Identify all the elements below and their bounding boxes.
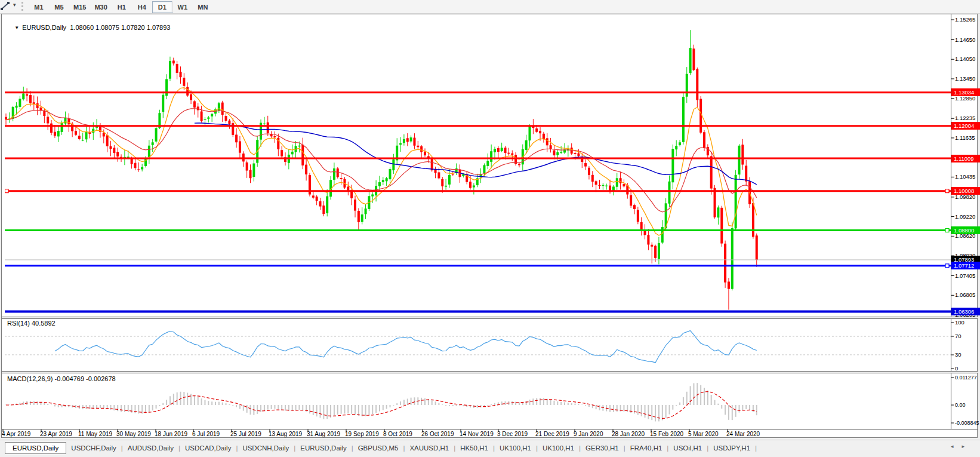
- rsi-tick-label: 70: [955, 333, 980, 340]
- date-tick-label: 4 Apr 2019: [2, 431, 30, 437]
- macd-pane-bottom-border: [2, 429, 978, 430]
- tab-separator: |: [121, 444, 123, 452]
- tab-separator: |: [178, 444, 180, 452]
- macd-indicator-label: MACD(12,26,9) -0.004769 -0.002678: [7, 375, 116, 382]
- hline-price-label: 1.11009: [951, 155, 980, 162]
- date-tick-label: 8 Oct 2019: [383, 431, 412, 437]
- collapse-pane-icon[interactable]: ▼: [14, 25, 19, 30]
- tab-separator: |: [707, 444, 708, 452]
- price-axis-separator: [951, 14, 951, 430]
- price-tick-label: 1.10435: [955, 173, 980, 180]
- chart-canvas[interactable]: [0, 0, 980, 457]
- price-tick-label: 1.11635: [955, 134, 980, 142]
- price-tick-label: 1.15265: [955, 16, 980, 23]
- chart-symbol-period: EURUSD,Daily: [22, 24, 66, 31]
- date-tick-label: 15 Feb 2020: [650, 431, 683, 437]
- tab-scrollers: ◂▸: [951, 443, 973, 449]
- tab-separator: |: [493, 444, 495, 452]
- chart-ohlc-values: 1.08060 1.08075 1.07820 1.07893: [70, 24, 170, 31]
- rsi-tick-label: 30: [955, 351, 980, 358]
- tab-separator: |: [403, 444, 405, 452]
- rsi-tick-label: 100: [955, 319, 980, 326]
- hline-price-label: 1.13034: [951, 88, 980, 96]
- chart-tab-bar: EURUSD,DailyUSDCHF,Daily|AUDUSD,Daily|US…: [0, 440, 980, 455]
- tab-separator: |: [755, 444, 757, 452]
- date-tick-label: 24 Mar 2020: [726, 431, 760, 437]
- price-tick-label: 1.14050: [955, 56, 980, 63]
- date-tick-label: 23 Apr 2019: [40, 431, 72, 437]
- macd-tick-label: 0.00: [955, 401, 980, 409]
- chart-tab-active[interactable]: EURUSD,Daily: [5, 442, 66, 454]
- date-tick-label: 31 Aug 2019: [307, 431, 340, 437]
- tab-separator: |: [667, 444, 668, 452]
- price-tick-label: 1.12235: [955, 115, 980, 122]
- macd-tick-label: 0.011277: [955, 374, 980, 381]
- date-tick-label: 19 Sep 2019: [345, 431, 379, 437]
- macd-pane-splitter[interactable]: [2, 371, 978, 373]
- hline-price-label: 1.07712: [951, 262, 980, 269]
- date-tick-label: 11 May 2019: [78, 431, 112, 437]
- date-tick-label: 3 Dec 2019: [497, 431, 528, 437]
- chart-tab[interactable]: AUDUSD,Daily: [127, 444, 175, 452]
- date-tick-label: 30 May 2019: [116, 431, 151, 437]
- date-tick-label: 26 Oct 2019: [421, 431, 454, 437]
- date-tick-label: 14 Nov 2019: [460, 431, 494, 437]
- date-tick-label: 25 Jul 2019: [230, 431, 261, 437]
- chart-tab[interactable]: USOil,H1: [672, 444, 703, 452]
- chart-tab[interactable]: UK100,H1: [541, 444, 575, 452]
- chart-tab[interactable]: HK50,H1: [459, 444, 489, 452]
- tab-scroll-left-icon[interactable]: ◂: [951, 443, 962, 449]
- chart-tab[interactable]: GBPUSD,M5: [357, 444, 400, 452]
- tab-separator: |: [352, 444, 353, 452]
- price-tick-label: 1.06805: [955, 292, 980, 299]
- chart-tab[interactable]: USDCNH,Daily: [241, 444, 290, 452]
- tab-separator: |: [294, 444, 295, 452]
- tab-separator: |: [236, 444, 238, 452]
- chart-tab[interactable]: FRA40,H1: [629, 444, 664, 452]
- chart-tab[interactable]: USDCAD,Daily: [184, 444, 232, 452]
- hline-price-label: 1.12004: [951, 122, 980, 130]
- hline-price-label: 1.08800: [951, 226, 980, 234]
- chart-title: ▼EURUSD,Daily 1.08060 1.08075 1.07820 1.…: [7, 17, 170, 38]
- hline-price-label: 1.06306: [951, 308, 980, 315]
- macd-tick-label: -0.008845: [955, 419, 980, 427]
- date-tick-label: 9 Jan 2020: [574, 431, 603, 437]
- date-tick-label: 13 Aug 2019: [269, 431, 302, 437]
- chart-tab[interactable]: USDJPY,H1: [712, 444, 751, 452]
- rsi-pane-splitter[interactable]: [2, 317, 978, 319]
- chart-tab[interactable]: UK100,H1: [498, 444, 532, 452]
- date-tick-label: 18 Jun 2019: [155, 431, 187, 437]
- price-tick-label: 1.13450: [955, 75, 980, 82]
- chart-tab[interactable]: USDCHF,Daily: [70, 444, 117, 452]
- chart-tab[interactable]: GER30,H1: [584, 444, 620, 452]
- mt4-window: ▾ M1M5M15M30H1H4D1W1MN ▼EURUSD,Daily 1.0…: [0, 0, 980, 457]
- rsi-indicator-label: RSI(14) 40.5892: [7, 320, 56, 327]
- tab-separator: |: [454, 444, 455, 452]
- hline-price-label: 1.10008: [951, 187, 980, 195]
- tab-separator: |: [579, 444, 581, 452]
- chart-tab[interactable]: EURUSD,Daily: [299, 444, 347, 452]
- date-tick-label: 21 Dec 2019: [535, 431, 569, 437]
- tab-separator: |: [624, 444, 625, 452]
- price-tick-label: 1.07405: [955, 272, 980, 280]
- price-tick-label: 1.14650: [955, 36, 980, 44]
- date-tick-label: 28 Jan 2020: [612, 431, 645, 437]
- price-tick-label: 1.09220: [955, 213, 980, 220]
- date-tick-label: 5 Mar 2020: [688, 431, 719, 437]
- date-tick-label: 6 Jul 2019: [192, 431, 220, 437]
- tab-separator: |: [536, 444, 538, 452]
- rsi-tick-label: 0: [955, 365, 980, 372]
- tab-scroll-right-icon[interactable]: ▸: [961, 443, 973, 449]
- chart-tab[interactable]: XAUUSD,H1: [408, 444, 450, 452]
